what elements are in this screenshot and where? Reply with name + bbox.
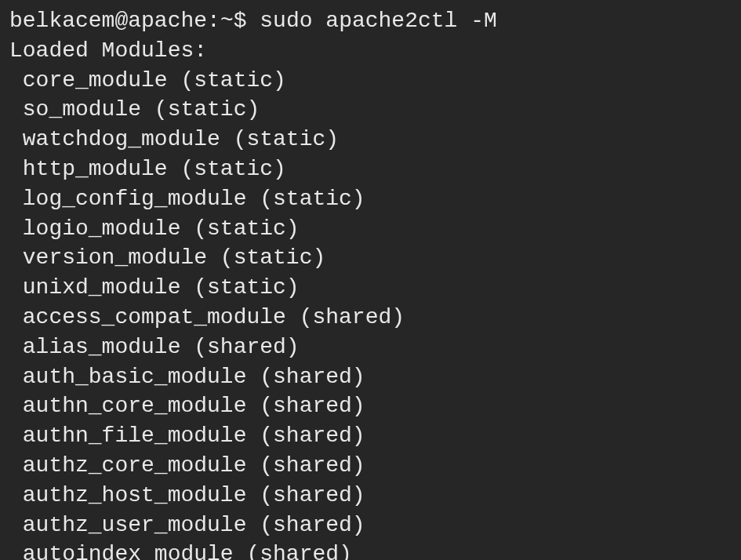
shell-host: apache xyxy=(128,9,207,33)
shell-prompt-line[interactable]: belkacem@apache:~$ sudo apache2ctl -M xyxy=(9,6,732,36)
module-line: watchdog_module (static) xyxy=(9,125,732,155)
shell-path: ~ xyxy=(220,9,234,33)
module-line: authn_core_module (shared) xyxy=(9,391,732,421)
terminal-output: belkacem@apache:~$ sudo apache2ctl -M Lo… xyxy=(9,6,732,560)
modules-list: core_module (static) so_module (static) … xyxy=(9,66,732,560)
module-line: authz_host_module (shared) xyxy=(9,481,732,511)
module-line: authz_user_module (shared) xyxy=(9,511,732,540)
module-line: authz_core_module (shared) xyxy=(9,451,732,481)
shell-user: belkacem xyxy=(9,9,114,33)
output-header: Loaded Modules: xyxy=(9,36,732,66)
shell-symbol: $ xyxy=(234,9,247,33)
module-line: alias_module (shared) xyxy=(9,333,732,362)
module-line: logio_module (static) xyxy=(9,214,732,244)
module-line: access_compat_module (shared) xyxy=(9,303,732,333)
module-line: version_module (static) xyxy=(9,243,732,273)
module-line: log_config_module (static) xyxy=(9,184,732,214)
module-line: core_module (static) xyxy=(9,66,732,96)
module-line: http_module (static) xyxy=(9,155,732,184)
module-line: so_module (static) xyxy=(9,95,732,125)
module-line: unixd_module (static) xyxy=(9,273,732,303)
shell-command[interactable]: sudo apache2ctl -M xyxy=(260,9,496,33)
module-line: autoindex_module (shared) xyxy=(9,540,732,560)
module-line: auth_basic_module (shared) xyxy=(9,362,732,392)
module-line: authn_file_module (shared) xyxy=(9,421,732,451)
